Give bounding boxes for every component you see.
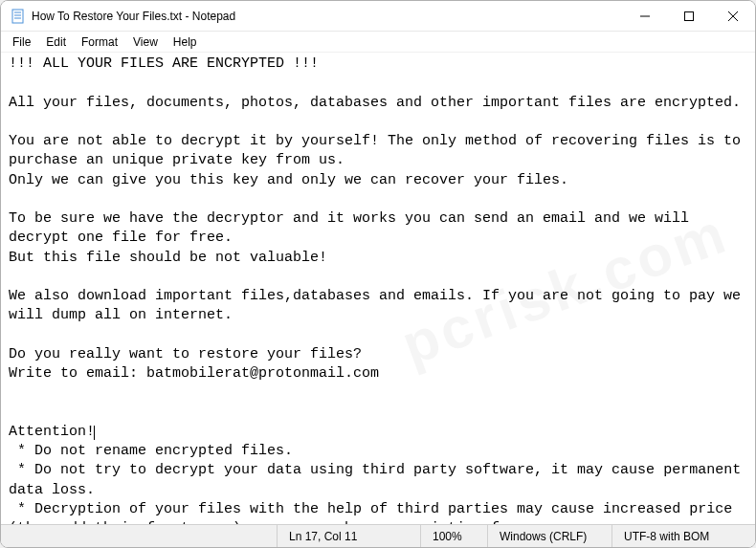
menu-view[interactable]: View [125, 33, 166, 51]
close-button[interactable] [711, 1, 755, 32]
text-line: Write to email: batmobilerat@protonmail.… [9, 365, 379, 382]
statusbar: Ln 17, Col 11 100% Windows (CRLF) UTF-8 … [1, 524, 755, 547]
text-line: All your files, documents, photos, datab… [9, 95, 741, 111]
text-area[interactable]: !!! ALL YOUR FILES ARE ENCRYPTED !!! All… [1, 53, 755, 524]
text-cursor [94, 426, 95, 440]
notepad-window: How To Restore Your Files.txt - Notepad … [0, 0, 756, 548]
window-title: How To Restore Your Files.txt - Notepad [32, 10, 623, 23]
minimize-button[interactable] [623, 1, 667, 32]
menu-help[interactable]: Help [166, 33, 205, 51]
maximize-button[interactable] [667, 1, 711, 32]
text-line: But this file should be not valuable! [9, 250, 327, 266]
text-line: * Do not try to decrypt your data using … [9, 462, 749, 497]
text-line: Do you really want to restore your files… [9, 346, 362, 362]
notepad-icon [11, 9, 26, 24]
minimize-icon [640, 11, 650, 21]
text-line: * Do not rename encrypted files. [9, 443, 293, 459]
status-encoding: UTF-8 with BOM [611, 525, 755, 547]
status-line-col: Ln 17, Col 11 [277, 525, 420, 547]
menu-edit[interactable]: Edit [38, 33, 74, 51]
menubar: File Edit Format View Help [1, 32, 755, 53]
titlebar[interactable]: How To Restore Your Files.txt - Notepad [1, 1, 755, 32]
status-zoom: 100% [420, 525, 487, 547]
menu-file[interactable]: File [5, 33, 38, 51]
text-line: You are not able to decrypt it by yourse… [9, 133, 749, 168]
text-line: * Decryption of your files with the help… [9, 501, 741, 524]
text-line: We also download important files,databas… [9, 288, 749, 323]
status-spacer [1, 525, 277, 547]
status-eol: Windows (CRLF) [487, 525, 611, 547]
svg-rect-5 [685, 12, 694, 21]
text-line: Only we can give you this key and only w… [9, 172, 568, 188]
maximize-icon [684, 11, 694, 21]
close-icon [728, 11, 738, 21]
text-line: To be sure we have the decryptor and it … [9, 210, 698, 246]
window-controls [623, 1, 755, 31]
menu-format[interactable]: Format [74, 33, 125, 51]
svg-rect-0 [12, 10, 23, 23]
text-line: Attention! [9, 424, 95, 440]
text-line: !!! ALL YOUR FILES ARE ENCRYPTED !!! [9, 55, 319, 72]
